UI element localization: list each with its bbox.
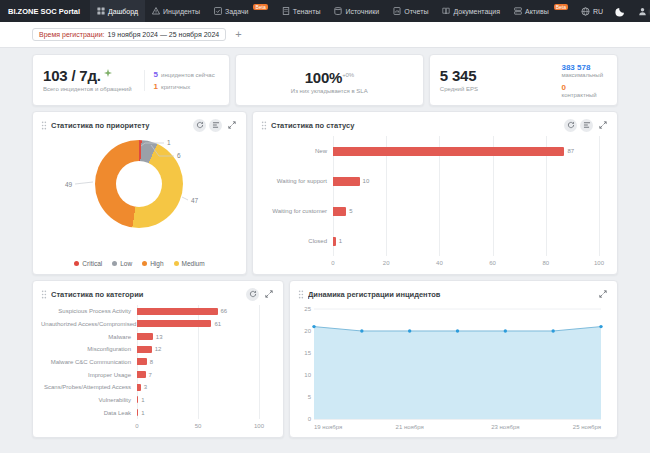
- language-label: RU: [593, 8, 603, 15]
- nav-item-label: Инциденты: [163, 8, 200, 15]
- eps-max-stat: 383 578 максимальный: [561, 63, 603, 78]
- eps-avg-caption: Средний EPS: [440, 86, 478, 92]
- bar-value-label: 1: [141, 410, 144, 416]
- data-point[interactable]: [312, 325, 315, 328]
- open-now-value: 5: [154, 70, 158, 79]
- refresh-button[interactable]: [564, 119, 577, 132]
- brand-logo[interactable]: BI.ZONE SOC Portal: [0, 0, 90, 22]
- bar[interactable]: [137, 358, 147, 365]
- bar-track: 7: [137, 371, 259, 378]
- user-menu[interactable]: user@bi.zone ▾: [632, 0, 650, 22]
- nav-item-label: Задачи: [225, 8, 249, 15]
- nav-item-reports[interactable]: Отчеты: [386, 0, 435, 22]
- refresh-icon: [196, 121, 204, 129]
- assets-icon: [514, 7, 522, 15]
- theme-toggle[interactable]: [609, 0, 632, 22]
- expand-icon: [228, 121, 236, 129]
- bar-track: 1: [137, 396, 259, 403]
- top-nav: BI.ZONE SOC Portal ДашбордИнцидентыЗадач…: [0, 0, 650, 22]
- svg-text:15: 15: [304, 350, 311, 356]
- open-now-stat: 5 инцидентов сейчас: [154, 70, 215, 79]
- nav-item-label: Документация: [453, 8, 500, 15]
- data-point[interactable]: [551, 329, 554, 332]
- legend-button[interactable]: [209, 119, 222, 132]
- bar-value-label: 61: [214, 321, 221, 327]
- total-incidents-value: 103 / 7д.: [43, 68, 101, 84]
- sla-value: 100%+0%: [305, 67, 354, 86]
- nav-item-documentation[interactable]: Документация: [435, 0, 507, 22]
- time-filter-label: Время регистрации:: [39, 31, 105, 38]
- data-point[interactable]: [360, 329, 363, 332]
- donut-value-label: 47: [191, 197, 199, 204]
- bar-category-label: New: [261, 148, 333, 154]
- bar[interactable]: [137, 333, 153, 340]
- legend-item-low[interactable]: Low: [112, 260, 132, 267]
- bar-category-label: Data Leak: [41, 410, 137, 416]
- kpi-card-sla: 100%+0% Из них укладывается в SLA: [235, 54, 424, 106]
- nav-item-dashboard[interactable]: Дашборд: [90, 0, 145, 22]
- bar-value-label: 10: [363, 178, 370, 184]
- bar[interactable]: [333, 177, 360, 186]
- donut-value-label: 49: [65, 181, 73, 188]
- priority-donut[interactable]: [95, 140, 183, 228]
- legend-button[interactable]: [580, 119, 593, 132]
- bar-value-label: 1: [141, 397, 144, 403]
- bar[interactable]: [137, 320, 211, 327]
- nav-item-assets[interactable]: АктивыBeta: [507, 0, 575, 22]
- svg-text:25: 25: [304, 306, 311, 312]
- bar[interactable]: [137, 384, 141, 391]
- expand-button[interactable]: [262, 288, 275, 301]
- bar-value-label: 87: [567, 148, 574, 154]
- kpi-card-eps: 5 345 Средний EPS 383 578 максимальный 0…: [429, 54, 618, 106]
- nav-item-sources[interactable]: Источники: [327, 0, 386, 22]
- bar-value-label: 1: [339, 238, 342, 244]
- eps-max-value: 383 578: [561, 63, 603, 72]
- legend-item-medium[interactable]: Medium: [174, 260, 205, 267]
- bar-row: Unauthorized Access/Compromised61: [41, 320, 275, 327]
- drag-handle-icon[interactable]: [261, 121, 267, 130]
- nav-item-incidents[interactable]: Инциденты: [145, 0, 207, 22]
- bar-row: Scans/Probes/Attempted Access3: [41, 384, 275, 391]
- data-point[interactable]: [456, 329, 459, 332]
- x-tick-label: 0: [135, 423, 138, 429]
- bar[interactable]: [333, 207, 346, 216]
- bar[interactable]: [137, 346, 152, 353]
- expand-button[interactable]: [596, 119, 609, 132]
- drag-handle-icon[interactable]: [41, 290, 47, 299]
- refresh-button[interactable]: [246, 288, 259, 301]
- expand-button[interactable]: [225, 119, 238, 132]
- expand-button[interactable]: [596, 288, 609, 301]
- dashboard-content: 103 / 7д. Всего инцидентов и обращений 5…: [0, 48, 650, 446]
- bar[interactable]: [333, 237, 336, 246]
- filter-bar: Время регистрации: 19 ноября 2024 — 25 н…: [0, 22, 650, 48]
- legend-label: Low: [120, 260, 132, 267]
- data-point[interactable]: [408, 329, 411, 332]
- bar-track: 3: [137, 384, 259, 391]
- drag-handle-icon[interactable]: [298, 290, 304, 299]
- time-filter-chip[interactable]: Время регистрации: 19 ноября 2024 — 25 н…: [32, 28, 226, 41]
- language-switcher[interactable]: RU: [575, 0, 609, 22]
- bar[interactable]: [137, 308, 218, 315]
- legend-item-critical[interactable]: Critical: [74, 260, 102, 267]
- sla-delta: +0%: [342, 72, 354, 78]
- drag-handle-icon[interactable]: [41, 121, 47, 130]
- legend-item-high[interactable]: High: [142, 260, 163, 267]
- bar[interactable]: [137, 396, 138, 403]
- refresh-button[interactable]: [193, 119, 206, 132]
- bar[interactable]: [137, 409, 138, 416]
- bar[interactable]: [137, 371, 146, 378]
- nav-item-tenants[interactable]: Тенанты: [275, 0, 328, 22]
- bar[interactable]: [333, 147, 564, 156]
- bar-row: Closed1: [261, 237, 609, 246]
- nav-item-tasks[interactable]: ЗадачиBeta: [207, 0, 275, 22]
- status-bar-chart: New87Waiting for support10Waiting for cu…: [261, 136, 609, 268]
- bar-row: Waiting for customer5: [261, 207, 609, 216]
- data-point[interactable]: [504, 329, 507, 332]
- add-filter-button[interactable]: +: [233, 29, 243, 40]
- beta-badge: Beta: [253, 4, 267, 10]
- expand-icon: [599, 290, 607, 298]
- svg-text:10: 10: [304, 372, 311, 378]
- data-point[interactable]: [599, 325, 602, 328]
- bar-track: 8: [137, 358, 259, 365]
- priority-donut-chart: 164749: [41, 132, 238, 257]
